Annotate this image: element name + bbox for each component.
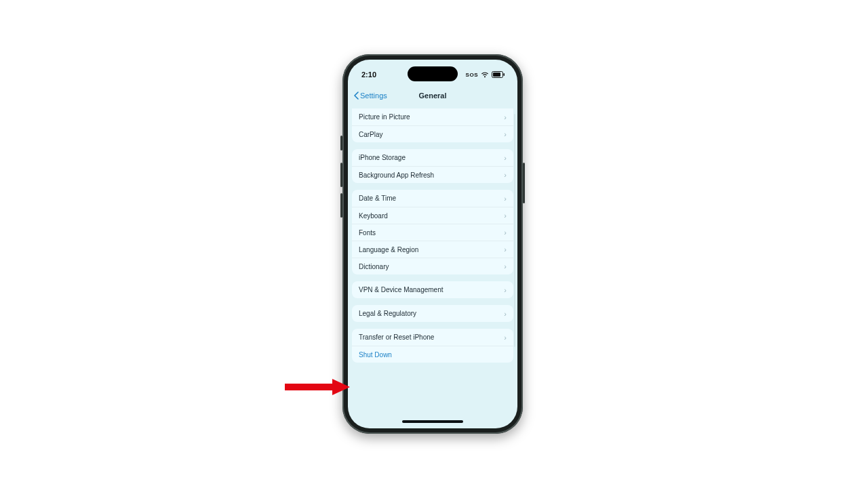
- status-bar: 2:10 SOS: [348, 60, 517, 87]
- settings-group: Legal & Regulatory›: [352, 305, 513, 322]
- chevron-left-icon: [353, 92, 359, 100]
- row-label: Date & Time: [359, 195, 396, 202]
- row-label: CarPlay: [359, 131, 383, 138]
- row-label: Shut Down: [359, 351, 392, 359]
- chevron-right-icon: ›: [504, 211, 507, 220]
- home-indicator: [402, 420, 463, 423]
- settings-group: Date & Time›Keyboard›Fonts›Language & Re…: [352, 190, 513, 274]
- side-button-power: [523, 163, 525, 203]
- row-label: Picture in Picture: [359, 113, 410, 121]
- chevron-right-icon: ›: [504, 171, 507, 179]
- phone-mockup: 2:10 SOS Settings General Picture in Pic…: [342, 54, 523, 434]
- status-time: 2:10: [361, 70, 376, 79]
- row-label: Background App Refresh: [359, 171, 434, 179]
- settings-group: Picture in Picture›CarPlay›: [352, 108, 513, 142]
- settings-row-carplay[interactable]: CarPlay›: [352, 125, 513, 142]
- row-label: iPhone Storage: [359, 154, 406, 161]
- chevron-right-icon: ›: [504, 310, 507, 318]
- row-label: Transfer or Reset iPhone: [359, 333, 434, 341]
- row-label: Fonts: [359, 229, 376, 237]
- row-label: Dictionary: [359, 263, 389, 270]
- side-button-silent: [340, 136, 342, 150]
- side-button-vol-up: [340, 163, 342, 187]
- settings-row-fonts[interactable]: Fonts›: [352, 224, 513, 241]
- settings-row-vpn-device-management[interactable]: VPN & Device Management›: [352, 281, 513, 298]
- nav-back-button[interactable]: Settings: [353, 87, 387, 104]
- svg-rect-1: [493, 73, 500, 77]
- chevron-right-icon: ›: [504, 195, 507, 203]
- chevron-right-icon: ›: [504, 245, 507, 253]
- settings-row-date-time[interactable]: Date & Time›: [352, 190, 513, 207]
- chevron-right-icon: ›: [504, 262, 507, 270]
- phone-screen: 2:10 SOS Settings General Picture in Pic…: [348, 60, 517, 428]
- settings-row-dictionary[interactable]: Dictionary›: [352, 258, 513, 274]
- settings-row-keyboard[interactable]: Keyboard›: [352, 207, 513, 224]
- settings-row-legal-regulatory[interactable]: Legal & Regulatory›: [352, 305, 513, 322]
- side-button-vol-down: [340, 193, 342, 218]
- settings-row-transfer-or-reset-iphone[interactable]: Transfer or Reset iPhone›: [352, 329, 513, 346]
- row-label: Keyboard: [359, 212, 388, 220]
- settings-group: VPN & Device Management›: [352, 281, 513, 298]
- settings-row-background-app-refresh[interactable]: Background App Refresh›: [352, 166, 513, 183]
- nav-bar: Settings General: [348, 87, 517, 104]
- chevron-right-icon: ›: [504, 228, 507, 237]
- nav-back-label: Settings: [360, 92, 387, 100]
- annotation-arrow: [282, 378, 350, 396]
- chevron-right-icon: ›: [504, 286, 507, 294]
- settings-row-language-region[interactable]: Language & Region›: [352, 241, 513, 258]
- battery-icon: [492, 71, 505, 78]
- settings-group: Transfer or Reset iPhone›Shut Down: [352, 329, 513, 363]
- chevron-right-icon: ›: [504, 130, 507, 138]
- status-sos: SOS: [466, 72, 478, 78]
- wifi-icon: [481, 72, 489, 78]
- row-label: VPN & Device Management: [359, 286, 443, 293]
- settings-row-iphone-storage[interactable]: iPhone Storage›: [352, 149, 513, 166]
- chevron-right-icon: ›: [504, 113, 507, 121]
- chevron-right-icon: ›: [504, 154, 507, 162]
- settings-row-shut-down[interactable]: Shut Down: [352, 346, 513, 363]
- row-label: Language & Region: [359, 246, 418, 253]
- chevron-right-icon: ›: [504, 333, 507, 342]
- settings-group: iPhone Storage›Background App Refresh›: [352, 149, 513, 183]
- svg-rect-2: [504, 73, 505, 76]
- nav-title: General: [419, 92, 447, 100]
- settings-row-picture-in-picture[interactable]: Picture in Picture›: [352, 108, 513, 125]
- row-label: Legal & Regulatory: [359, 310, 416, 317]
- settings-scroll-content[interactable]: Picture in Picture›CarPlay›iPhone Storag…: [348, 106, 517, 428]
